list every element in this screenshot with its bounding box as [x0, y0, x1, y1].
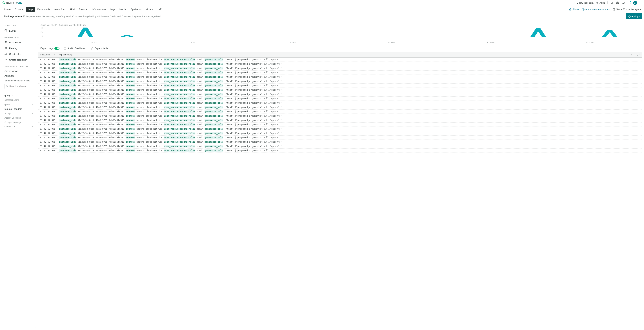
content: Since Mar 30, 07:13 am until Mar 30, 07:…	[38, 20, 644, 330]
log-row[interactable]: 07:42:52.979instance_uid: 51a25c5a-8cc6-…	[38, 71, 642, 75]
nav-item-infrastructure[interactable]: Infrastructure	[90, 7, 108, 12]
apps-link[interactable]: Apps	[596, 2, 605, 4]
create-drop-filter-item[interactable]: Create drop filter	[2, 57, 36, 63]
nav-item-dashboards[interactable]: Dashboards	[36, 7, 52, 12]
log-row[interactable]: 07:42:52.979instance_uid: 51a25c5a-8cc6-…	[38, 75, 642, 79]
nav-item-logs[interactable]: Logs	[108, 7, 117, 12]
timestamp-cell: 07:42:52.979	[38, 127, 57, 131]
attr-item[interactable]: Connection⋯	[2, 124, 36, 129]
log-summary-column-header[interactable]: log_summary ×	[57, 52, 634, 57]
user-avatar[interactable]	[633, 1, 637, 5]
query-logs-button[interactable]: Query logs	[626, 13, 642, 19]
nav-item-mobile[interactable]: Mobile	[118, 7, 128, 12]
log-summary-cell: instance_uid: 51a25c5a-8cc6-40a5-9755-7c…	[57, 131, 642, 135]
timestamp-cell: 07:42:52.979	[38, 148, 57, 153]
log-row[interactable]: 07:42:52.979instance_uid: 51a25c5a-8cc6-…	[38, 144, 642, 148]
attr-item[interactable]: query⋯	[2, 102, 36, 106]
livetail-item[interactable]: Livetail	[2, 28, 36, 34]
help-icon-button[interactable]	[616, 1, 619, 5]
log-row[interactable]: 07:42:52.979instance_uid: 51a25c5a-8cc6-…	[38, 79, 642, 84]
query-your-data-link[interactable]: Query your data	[573, 2, 593, 4]
views-attributes-heading: VIEWS AND ATTRIBUTES	[2, 64, 36, 69]
more-icon[interactable]: ⋯	[31, 125, 33, 128]
log-summary-cell: instance_uid: 51a25c5a-8cc6-40a5-9755-7c…	[57, 97, 642, 101]
chart-plot[interactable]: onst legend	[44, 27, 640, 42]
nav-item-home[interactable]: Home	[2, 7, 12, 12]
create-alert-item[interactable]: Create alert	[2, 51, 36, 57]
add-column-button[interactable]	[634, 52, 642, 57]
share-button[interactable]: Share	[569, 8, 579, 11]
nav-more-button[interactable]: More	[144, 7, 155, 12]
chart-time-range: Since Mar 30, 07:13 am until Mar 30, 07:…	[40, 24, 86, 26]
search-attributes-input[interactable]	[4, 84, 33, 89]
attr-group-query[interactable]: query	[2, 93, 36, 98]
svg-rect-1	[598, 2, 598, 3]
saved-views-toggle[interactable]: Saved Views	[2, 69, 36, 73]
chevron-down-icon	[31, 75, 33, 77]
nav-item-explorer[interactable]: Explorer	[13, 7, 26, 12]
more-icon[interactable]: ⋯	[31, 117, 33, 119]
expand-logs-toggle[interactable]: Expand logs	[40, 47, 60, 50]
close-column-button[interactable]: ×	[54, 53, 56, 56]
log-row[interactable]: 07:42:52.979instance_uid: 51a25c5a-8cc6-…	[38, 148, 642, 153]
timestamp-cell: 07:42:52.979	[38, 110, 57, 114]
log-row[interactable]: 07:42:52.979instance_uid: 51a25c5a-8cc6-…	[38, 118, 642, 123]
log-row[interactable]: 07:42:52.979instance_uid: 51a25c5a-8cc6-…	[38, 110, 642, 114]
log-row[interactable]: 07:42:52.979instance_uid: 51a25c5a-8cc6-…	[38, 97, 642, 101]
log-row[interactable]: 07:42:52.979instance_uid: 51a25c5a-8cc6-…	[38, 92, 642, 97]
attr-item[interactable]: Accept-Language⋯	[2, 120, 36, 124]
nav-item-logs[interactable]: Logs	[26, 7, 35, 12]
search-icon-button[interactable]	[610, 1, 613, 5]
log-row[interactable]: 07:42:52.979instance_uid: 51a25c5a-8cc6-…	[38, 105, 642, 110]
drop-filters-item[interactable]: Drop Filters	[2, 40, 36, 45]
table-body[interactable]: 07:42:52.979instance_uid: 51a25c5a-8cc6-…	[38, 58, 642, 330]
attr-item[interactable]: operationName⋯	[2, 98, 36, 102]
chevron-down-icon[interactable]	[640, 2, 642, 4]
log-row[interactable]: 07:42:52.979instance_uid: 51a25c5a-8cc6-…	[38, 127, 642, 131]
log-row[interactable]: 07:42:52.979instance_uid: 51a25c5a-8cc6-…	[38, 58, 642, 62]
time-range-picker[interactable]: Since 30 minutes ago	[613, 8, 642, 11]
attr-item[interactable]: Accept-Encoding⋯	[2, 116, 36, 120]
more-icon[interactable]: ⋯	[31, 121, 33, 123]
attr-item[interactable]: Accept⋯	[2, 111, 36, 116]
attr-group-request-headers[interactable]: request_headers	[2, 106, 36, 111]
log-row[interactable]: 07:42:52.979instance_uid: 51a25c5a-8cc6-…	[38, 84, 642, 88]
more-icon[interactable]: ⋯	[31, 112, 33, 115]
log-row[interactable]: 07:42:52.979instance_uid: 51a25c5a-8cc6-…	[38, 62, 642, 66]
brand-logo-area[interactable]: New Relic ONE™	[2, 2, 24, 4]
chart-more-button[interactable]: ⋯	[637, 24, 640, 26]
log-row[interactable]: 07:42:52.979instance_uid: 51a25c5a-8cc6-…	[38, 66, 642, 71]
add-data-sources-button[interactable]: Add more data sources	[582, 8, 610, 11]
x-axis: 07:15:0007:20:0007:25:0007:30:0007:35:00…	[45, 42, 640, 44]
add-to-dashboard-button[interactable]: Add to Dashboard	[64, 47, 86, 50]
log-row[interactable]: 07:42:52.979instance_uid: 51a25c5a-8cc6-…	[38, 135, 642, 140]
log-row[interactable]: 07:42:52.979instance_uid: 51a25c5a-8cc6-…	[38, 140, 642, 144]
log-row[interactable]: 07:42:52.979instance_uid: 51a25c5a-8cc6-…	[38, 123, 642, 127]
share-icon	[569, 8, 572, 11]
nav-item-alerts-ai[interactable]: Alerts & AI	[52, 7, 67, 12]
nav-item-apm[interactable]: APM	[68, 7, 76, 12]
timestamp-column-header[interactable]: timestamp ×	[38, 52, 57, 57]
parsing-item[interactable]: Parsing	[2, 45, 36, 51]
log-row[interactable]: 07:42:52.979instance_uid: 51a25c5a-8cc6-…	[38, 114, 642, 118]
log-row[interactable]: 07:42:52.979instance_uid: 51a25c5a-8cc6-…	[38, 101, 642, 105]
attributes-toggle[interactable]: Attributes	[2, 73, 36, 78]
table-header: timestamp × log_summary ×	[38, 52, 642, 58]
notifications-icon-button[interactable]	[628, 1, 631, 5]
gear-icon	[4, 41, 8, 44]
toggle-switch-icon[interactable]	[54, 47, 60, 50]
log-row[interactable]: 07:42:52.979instance_uid: 51a25c5a-8cc6-…	[38, 88, 642, 92]
nav-item-browser[interactable]: Browser	[77, 7, 89, 12]
nav-item-synthetics[interactable]: Synthetics	[129, 7, 143, 12]
log-summary-cell: instance_uid: 51a25c5a-8cc6-40a5-9755-7c…	[57, 123, 642, 127]
brand-name: New Relic	[6, 2, 17, 4]
log-summary-cell: instance_uid: 51a25c5a-8cc6-40a5-9755-7c…	[57, 135, 642, 140]
log-row[interactable]: 07:42:52.979instance_uid: 51a25c5a-8cc6-…	[38, 131, 642, 135]
expand-table-button[interactable]: Expand table	[91, 47, 108, 50]
log-search-input[interactable]	[23, 15, 624, 18]
close-column-button[interactable]: ×	[631, 53, 632, 56]
feedback-icon-button[interactable]	[622, 1, 625, 5]
more-icon[interactable]: ⋯	[31, 99, 33, 101]
more-icon[interactable]: ⋯	[31, 103, 33, 106]
edit-nav-button[interactable]	[159, 8, 162, 11]
